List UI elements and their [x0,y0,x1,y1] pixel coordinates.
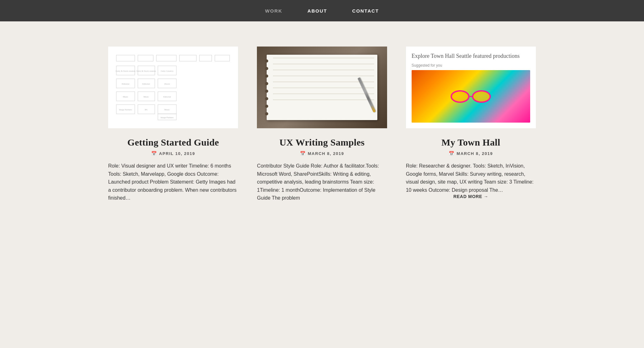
read-more-link[interactable]: READ MORE → [453,194,488,199]
main-content: Getty & Stock creators Editorial Music I… [89,21,555,221]
svg-text:Getty Creative: Getty Creative [161,70,173,72]
notebook-line [273,64,374,64]
townhall-suggested-text: Suggested for you [412,63,530,68]
card-date-getting-started: 📅 APRIL 10, 2019 [151,151,195,156]
townhall-card-image: Explore Town Hall Seattle featured produ… [406,47,536,128]
card-my-town-hall: Explore Town Hall Seattle featured produ… [406,47,536,202]
svg-text:Image Partners: Image Partners [160,116,174,119]
svg-rect-4 [199,55,212,61]
nav-about-link[interactable]: ABOUT [308,8,327,14]
townhall-photo [412,70,530,123]
notebook-photo [257,47,387,128]
card-ux-writing: UX Writing Samples 📅 MARCH 8, 2019 Contr… [257,47,387,202]
nav-contact-link[interactable]: CONTACT [352,8,379,14]
svg-text:Music: Music [143,96,149,98]
lens-right [472,90,491,103]
wireframe-svg: Getty & Stock creators Editorial Music I… [115,51,232,124]
notebook-line [273,76,374,76]
notebook-lines [273,58,374,117]
card-body-getting-started: Role: Visual designer and UX writer Time… [108,162,238,202]
sunglasses-shape [451,90,491,103]
calendar-icon-town-hall: 📅 [449,151,454,156]
calendar-icon-getting-started: 📅 [151,151,157,156]
svg-text:Editorial: Editorial [122,83,129,85]
card-body-ux-writing: Contributor Style Guide Role: Author & f… [257,162,387,202]
svg-text:Editorial: Editorial [163,96,171,98]
card-date-ux-writing: 📅 MARCH 8, 2019 [300,151,344,156]
navigation: WORK ABOUT CONTACT [0,0,644,21]
card-title-ux-writing: UX Writing Samples [279,137,364,148]
spiral-hole [265,112,268,115]
svg-text:Editorial: Editorial [142,83,150,85]
notebook-line [273,94,374,94]
spiral-hole [265,82,268,85]
spiral-hole [265,59,268,63]
townhall-card-title: Explore Town Hall Seattle featured produ… [412,52,530,60]
card-title-town-hall: My Town Hall [441,137,500,148]
notebook-spiral [264,55,269,120]
date-text-town-hall: MARCH 8, 2019 [457,151,493,156]
card-image-getting-started: Getty & Stock creators Editorial Music I… [108,47,238,128]
svg-text:Music: Music [164,108,170,111]
svg-text:iStock: iStock [164,83,170,85]
svg-text:Getty & Stock creators: Getty & Stock creators [136,70,156,72]
wireframe-diagram: Getty & Stock creators Editorial Music I… [108,47,238,128]
svg-text:Music: Music [123,96,128,98]
notebook-line [273,100,374,100]
bridge [468,96,473,97]
svg-text:IPc: IPc [145,108,147,111]
svg-rect-5 [215,55,230,61]
card-date-town-hall: 📅 MARCH 8, 2019 [449,151,493,156]
svg-rect-0 [116,55,135,61]
spiral-hole [265,97,268,100]
notebook-line [273,70,374,70]
notebook-visual [267,55,377,120]
notebook-line [273,58,374,58]
calendar-icon-ux-writing: 📅 [300,151,305,156]
spiral-hole [265,75,268,78]
svg-rect-3 [179,55,196,61]
nav-work-link[interactable]: WORK [265,8,282,14]
spiral-hole [265,105,268,108]
svg-text:Image Partners: Image Partners [119,108,132,111]
spiral-hole [265,67,268,70]
svg-rect-1 [138,55,153,61]
card-image-ux-writing [257,47,387,128]
notebook-line [273,88,374,88]
card-body-town-hall: Role: Researcher & designer. Tools: Sket… [406,162,536,194]
svg-rect-2 [156,55,176,61]
date-text-ux-writing: MARCH 8, 2019 [308,151,344,156]
date-text-getting-started: APRIL 10, 2019 [159,151,195,156]
card-image-town-hall: Explore Town Hall Seattle featured produ… [406,47,536,128]
svg-text:Getty & Stock creators: Getty & Stock creators [115,70,135,72]
spiral-hole [265,90,268,93]
card-getting-started: Getty & Stock creators Editorial Music I… [108,47,238,202]
card-title-getting-started: Getting Started Guide [127,137,219,148]
lens-left [451,90,469,103]
